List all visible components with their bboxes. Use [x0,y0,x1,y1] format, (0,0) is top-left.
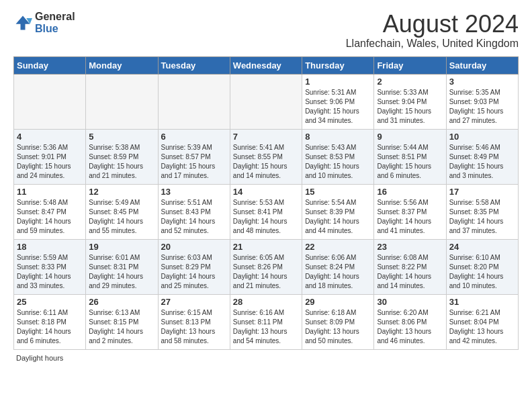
day-info: Sunrise: 6:03 AM Sunset: 8:29 PM Dayligh… [161,253,227,291]
day-number: 29 [305,297,371,307]
subtitle: Llanfechain, Wales, United Kingdom [346,38,519,50]
calendar-cell: 1Sunrise: 5:31 AM Sunset: 9:06 PM Daylig… [302,74,374,129]
day-number: 5 [89,132,154,142]
day-info: Sunrise: 6:10 AM Sunset: 8:20 PM Dayligh… [449,253,515,291]
day-number: 25 [17,297,83,307]
day-number: 24 [449,242,515,252]
calendar-cell: 9Sunrise: 5:44 AM Sunset: 8:51 PM Daylig… [374,129,446,184]
day-info: Sunrise: 6:08 AM Sunset: 8:22 PM Dayligh… [377,253,443,291]
calendar-cell: 10Sunrise: 5:46 AM Sunset: 8:49 PM Dayli… [446,129,518,184]
calendar-cell [230,74,302,129]
day-info: Sunrise: 6:21 AM Sunset: 8:04 PM Dayligh… [449,308,515,346]
day-info: Sunrise: 5:41 AM Sunset: 8:55 PM Dayligh… [233,143,299,181]
day-info: Sunrise: 5:35 AM Sunset: 9:03 PM Dayligh… [449,88,515,126]
calendar-cell [86,74,158,129]
day-number: 9 [377,132,443,142]
calendar-cell: 19Sunrise: 6:01 AM Sunset: 8:31 PM Dayli… [86,239,158,294]
day-number: 19 [89,242,154,252]
calendar-cell: 20Sunrise: 6:03 AM Sunset: 8:29 PM Dayli… [158,239,230,294]
day-number: 20 [161,242,227,252]
calendar-cell: 22Sunrise: 6:06 AM Sunset: 8:24 PM Dayli… [302,239,374,294]
calendar-cell: 24Sunrise: 6:10 AM Sunset: 8:20 PM Dayli… [446,239,518,294]
svg-marker-0 [16,15,30,30]
calendar-table: Sunday Monday Tuesday Wednesday Thursday… [13,56,519,350]
page: General Blue August 2024 Llanfechain, Wa… [0,0,532,369]
day-number: 1 [305,77,371,87]
day-info: Sunrise: 6:13 AM Sunset: 8:15 PM Dayligh… [89,308,154,346]
col-sunday: Sunday [14,56,86,74]
day-number: 21 [233,242,299,252]
col-thursday: Thursday [302,56,374,74]
calendar-week-row: 11Sunrise: 5:48 AM Sunset: 8:47 PM Dayli… [14,184,519,239]
calendar-cell: 28Sunrise: 6:16 AM Sunset: 8:11 PM Dayli… [230,294,302,349]
calendar-cell: 18Sunrise: 5:59 AM Sunset: 8:33 PM Dayli… [14,239,86,294]
calendar-cell: 16Sunrise: 5:56 AM Sunset: 8:37 PM Dayli… [374,184,446,239]
day-info: Sunrise: 5:48 AM Sunset: 8:47 PM Dayligh… [17,198,83,236]
day-number: 14 [233,187,299,197]
calendar-cell: 29Sunrise: 6:18 AM Sunset: 8:09 PM Dayli… [302,294,374,349]
col-friday: Friday [374,56,446,74]
calendar-week-row: 18Sunrise: 5:59 AM Sunset: 8:33 PM Dayli… [14,239,519,294]
day-info: Sunrise: 5:44 AM Sunset: 8:51 PM Dayligh… [377,143,443,181]
day-info: Sunrise: 5:39 AM Sunset: 8:57 PM Dayligh… [161,143,227,181]
day-info: Sunrise: 6:06 AM Sunset: 8:24 PM Dayligh… [305,253,371,291]
day-info: Sunrise: 5:49 AM Sunset: 8:45 PM Dayligh… [89,198,154,236]
calendar-cell: 31Sunrise: 6:21 AM Sunset: 8:04 PM Dayli… [446,294,518,349]
day-number: 28 [233,297,299,307]
day-info: Sunrise: 5:51 AM Sunset: 8:43 PM Dayligh… [161,198,227,236]
calendar-cell: 25Sunrise: 6:11 AM Sunset: 8:18 PM Dayli… [14,294,86,349]
logo-icon [13,13,32,32]
day-number: 12 [89,187,154,197]
day-number: 23 [377,242,443,252]
calendar-cell: 30Sunrise: 6:20 AM Sunset: 8:06 PM Dayli… [374,294,446,349]
calendar-cell: 11Sunrise: 5:48 AM Sunset: 8:47 PM Dayli… [14,184,86,239]
day-info: Sunrise: 5:46 AM Sunset: 8:49 PM Dayligh… [449,143,515,181]
day-info: Sunrise: 6:01 AM Sunset: 8:31 PM Dayligh… [89,253,154,291]
day-number: 2 [377,77,443,87]
day-number: 26 [89,297,154,307]
day-number: 8 [305,132,371,142]
day-info: Sunrise: 5:58 AM Sunset: 8:35 PM Dayligh… [449,198,515,236]
day-number: 6 [161,132,227,142]
calendar-cell: 5Sunrise: 5:38 AM Sunset: 8:59 PM Daylig… [86,129,158,184]
day-number: 4 [17,132,83,142]
day-number: 10 [449,132,515,142]
day-number: 16 [377,187,443,197]
calendar-cell: 27Sunrise: 6:15 AM Sunset: 8:13 PM Dayli… [158,294,230,349]
day-info: Sunrise: 5:43 AM Sunset: 8:53 PM Dayligh… [305,143,371,181]
day-number: 15 [305,187,371,197]
day-number: 3 [449,77,515,87]
day-number: 7 [233,132,299,142]
header-row: Sunday Monday Tuesday Wednesday Thursday… [14,56,519,74]
calendar-week-row: 25Sunrise: 6:11 AM Sunset: 8:18 PM Dayli… [14,294,519,349]
day-info: Sunrise: 5:54 AM Sunset: 8:39 PM Dayligh… [305,198,371,236]
day-info: Sunrise: 6:11 AM Sunset: 8:18 PM Dayligh… [17,308,83,346]
calendar-cell: 2Sunrise: 5:33 AM Sunset: 9:04 PM Daylig… [374,74,446,129]
calendar-cell: 15Sunrise: 5:54 AM Sunset: 8:39 PM Dayli… [302,184,374,239]
logo-general-text: General [35,11,75,22]
calendar-cell: 13Sunrise: 5:51 AM Sunset: 8:43 PM Dayli… [158,184,230,239]
col-wednesday: Wednesday [230,56,302,74]
day-number: 17 [449,187,515,197]
title-area: August 2024 Llanfechain, Wales, United K… [346,11,519,50]
day-number: 18 [17,242,83,252]
day-number: 31 [449,297,515,307]
header: General Blue August 2024 Llanfechain, Wa… [13,11,519,50]
day-info: Sunrise: 5:36 AM Sunset: 9:01 PM Dayligh… [17,143,83,181]
calendar-cell: 26Sunrise: 6:13 AM Sunset: 8:15 PM Dayli… [86,294,158,349]
calendar-cell: 8Sunrise: 5:43 AM Sunset: 8:53 PM Daylig… [302,129,374,184]
calendar-cell: 6Sunrise: 5:39 AM Sunset: 8:57 PM Daylig… [158,129,230,184]
calendar-cell: 12Sunrise: 5:49 AM Sunset: 8:45 PM Dayli… [86,184,158,239]
logo-blue-text: Blue [35,23,58,34]
calendar-week-row: 1Sunrise: 5:31 AM Sunset: 9:06 PM Daylig… [14,74,519,129]
calendar-cell [158,74,230,129]
day-info: Sunrise: 5:31 AM Sunset: 9:06 PM Dayligh… [305,88,371,126]
calendar-cell: 21Sunrise: 6:05 AM Sunset: 8:26 PM Dayli… [230,239,302,294]
day-info: Sunrise: 5:53 AM Sunset: 8:41 PM Dayligh… [233,198,299,236]
calendar-cell: 17Sunrise: 5:58 AM Sunset: 8:35 PM Dayli… [446,184,518,239]
calendar-cell [14,74,86,129]
day-number: 11 [17,187,83,197]
day-number: 22 [305,242,371,252]
day-info: Sunrise: 5:38 AM Sunset: 8:59 PM Dayligh… [89,143,154,181]
day-info: Sunrise: 6:16 AM Sunset: 8:11 PM Dayligh… [233,308,299,346]
